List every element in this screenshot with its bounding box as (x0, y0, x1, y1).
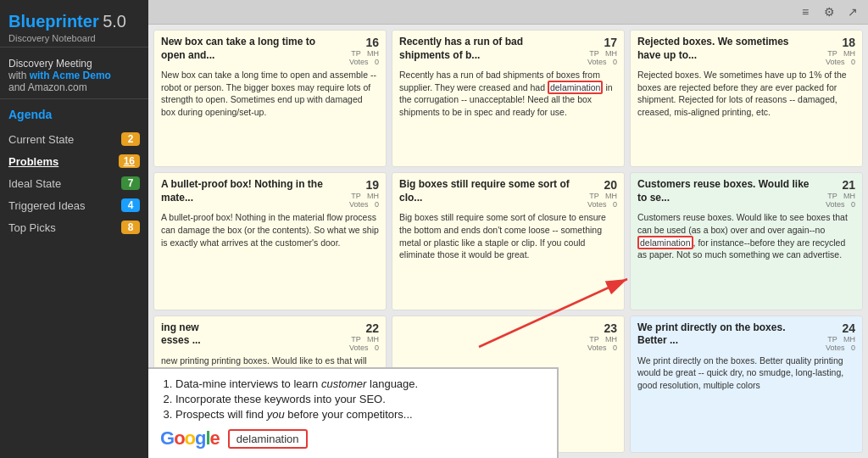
meeting-extra: and Amazon.com (8, 81, 140, 93)
card-16-votes: Votes 0 (337, 58, 379, 66)
sidebar-item-label: Ideal State (8, 177, 61, 190)
card-18-num: 18 (813, 36, 855, 49)
new-printing-text: new printing (161, 355, 209, 366)
card-21-title: Customers reuse boxes. Would like to se.… (637, 178, 813, 204)
app-title: Blueprinter (8, 12, 99, 31)
card-16-body: New box can take a long time to open and… (161, 69, 379, 119)
sidebar-item-top-picks[interactable]: Top Picks 8 (0, 216, 148, 238)
sidebar-item-label: Current State (8, 133, 74, 146)
gear-icon[interactable]: ⚙ (821, 3, 837, 20)
card-19-meta: 19 TP MH Votes 0 (337, 178, 379, 209)
card-19-votes: Votes 0 (337, 200, 379, 209)
card-19[interactable]: A bullet-proof box! Nothing in the mate.… (153, 172, 387, 310)
card-17-header: Recently has a run of bad shipments of b… (399, 36, 617, 66)
card-22-title: ing newesses ... (161, 321, 337, 348)
sidebar-item-label: Problems (8, 155, 58, 168)
card-19-tp-mh: TP MH (337, 192, 379, 200)
search-box[interactable]: delamination (228, 429, 308, 449)
card-18-tp-mh: TP MH (813, 49, 855, 58)
share-icon[interactable]: ↗ (844, 3, 861, 20)
app-subtitle: Discovery Noteboard (8, 33, 140, 43)
google-row: Google delamination (160, 427, 545, 450)
sidebar-item-problems[interactable]: Problems 16 (0, 150, 148, 172)
sidebar-item-label: Top Picks (8, 221, 56, 234)
card-17-votes: Votes 0 (575, 58, 617, 66)
card-16-num: 16 (337, 36, 379, 49)
card-20-body: Big boxes still require some sort of clo… (399, 211, 617, 261)
toolbar: ≡ ⚙ ↗ (148, 0, 868, 25)
card-18[interactable]: Rejected boxes. We sometimes have up to.… (630, 30, 863, 167)
card-16-title: New box can take a long time to open and… (161, 36, 337, 62)
card-19-body: A bullet-proof box! Nothing in the mater… (161, 211, 379, 249)
problems-badge: 16 (119, 154, 140, 168)
triggered-ideas-badge: 4 (121, 198, 140, 212)
card-17-tp-mh: TP MH (575, 49, 617, 58)
top-picks-badge: 8 (121, 221, 140, 234)
logo-area: Blueprinter 5.0 Discovery Noteboard (0, 7, 148, 47)
card-17-meta: 17 TP MH Votes 0 (575, 36, 617, 66)
card-16[interactable]: New box can take a long time to open and… (153, 30, 387, 167)
card-24-header: We print directly on the boxes. Better .… (637, 321, 855, 352)
card-21-votes: Votes 0 (813, 200, 855, 209)
bottom-panel: Data-mine interviews to learn customer l… (148, 367, 559, 458)
card-21[interactable]: Customers reuse boxes. Would like to se.… (630, 172, 863, 310)
card-23-meta: 23 TP MH Votes 0 (575, 321, 617, 352)
card-18-meta: 18 TP MH Votes 0 (813, 36, 855, 66)
card-24-body: We print directly on the boxes. Better q… (637, 355, 855, 392)
google-logo: Google (160, 427, 220, 450)
card-24-title: We print directly on the boxes. Better .… (637, 321, 813, 348)
meeting-info: Discovery Meeting with with Acme Demo an… (0, 53, 148, 99)
card-18-votes: Votes 0 (813, 58, 855, 66)
bottom-list: Data-mine interviews to learn customer l… (160, 377, 545, 421)
card-23-tp-mh: TP MH (575, 335, 617, 344)
meeting-client: with with Acme Demo (8, 70, 140, 81)
card-19-num: 19 (337, 178, 379, 192)
card-18-body: Rejected boxes. We sometimes have up to … (637, 69, 855, 119)
card-20-meta: 20 TP MH Votes 0 (575, 178, 617, 209)
card-20-header: Big boxes still require some sort of clo… (399, 178, 617, 209)
bottom-list-item-3: Prospects will find you before your comp… (175, 408, 545, 421)
card-17-title: Recently has a run of bad shipments of b… (399, 36, 575, 62)
card-17-num: 17 (575, 36, 617, 49)
card-20-tp-mh: TP MH (575, 192, 617, 200)
sidebar-item-label: Triggered Ideas (8, 199, 86, 212)
list-icon[interactable]: ≡ (797, 3, 814, 20)
card-17-body: Recently has a run of bad shipments of b… (399, 69, 617, 119)
card-16-header: New box can take a long time to open and… (161, 36, 379, 66)
sidebar: Blueprinter 5.0 Discovery Noteboard Disc… (0, 0, 148, 458)
card-24-meta: 24 TP MH Votes 0 (813, 321, 855, 352)
card-18-title: Rejected boxes. We sometimes have up to.… (637, 36, 813, 62)
card-18-header: Rejected boxes. We sometimes have up to.… (637, 36, 855, 66)
card-22-tp-mh: TP MH (337, 335, 379, 344)
sidebar-item-current-state[interactable]: Current State 2 (0, 128, 148, 150)
card-20-votes: Votes 0 (575, 200, 617, 209)
current-state-badge: 2 (121, 132, 140, 146)
meeting-title: Discovery Meeting (8, 58, 140, 70)
card-19-title: A bullet-proof box! Nothing in the mate.… (161, 178, 337, 204)
agenda-label: Agenda (0, 104, 148, 125)
card-16-meta: 16 TP MH Votes 0 (337, 36, 379, 66)
card-21-body: Customers reuse boxes. Would like to see… (637, 211, 855, 261)
bottom-list-item-2: Incorporate these keywords into your SEO… (175, 393, 545, 405)
card-17[interactable]: Recently has a run of bad shipments of b… (392, 30, 625, 167)
card-21-header: Customers reuse boxes. Would like to se.… (637, 178, 855, 209)
card-24-votes: Votes 0 (813, 344, 855, 352)
ideal-state-badge: 7 (121, 176, 140, 190)
card-22-votes: Votes 0 (337, 344, 379, 352)
card-22-meta: 22 TP MH Votes 0 (337, 321, 379, 352)
sidebar-item-triggered-ideas[interactable]: Triggered Ideas 4 (0, 194, 148, 216)
delamination-highlight-1: delamination (548, 81, 604, 94)
card-20-title: Big boxes still require some sort of clo… (399, 178, 575, 204)
card-16-tp-mh: TP MH (337, 49, 379, 58)
sidebar-item-ideal-state[interactable]: Ideal State 7 (0, 172, 148, 194)
main-content: ≡ ⚙ ↗ New box can take a long time to op… (148, 0, 868, 458)
card-22-num: 22 (337, 321, 379, 335)
card-21-num: 21 (813, 178, 855, 192)
card-21-meta: 21 TP MH Votes 0 (813, 178, 855, 209)
card-20[interactable]: Big boxes still require some sort of clo… (392, 172, 625, 310)
card-24[interactable]: We print directly on the boxes. Better .… (630, 316, 863, 453)
card-21-tp-mh: TP MH (813, 192, 855, 200)
card-23-votes: Votes 0 (575, 344, 617, 352)
card-24-num: 24 (813, 321, 855, 335)
card-20-num: 20 (575, 178, 617, 192)
